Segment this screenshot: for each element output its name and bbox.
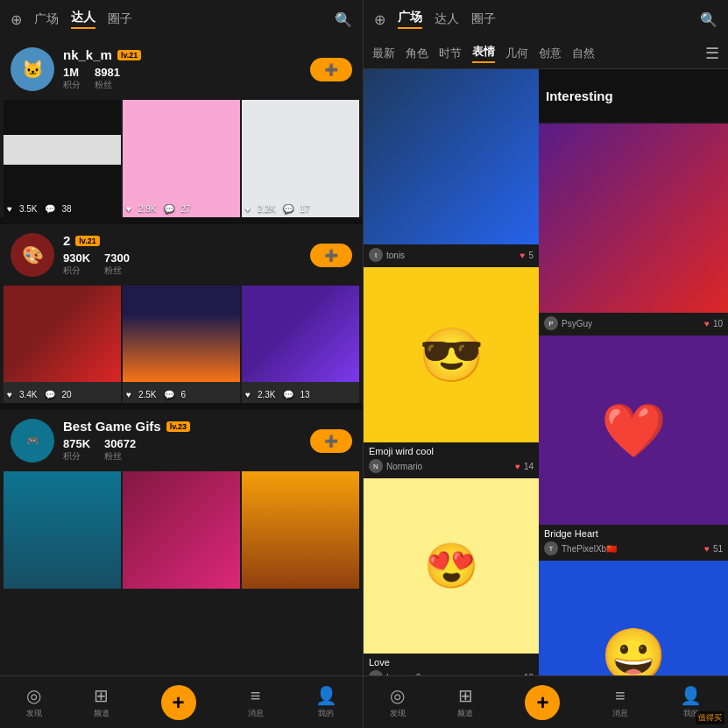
thumb-smile: 😀	[539, 561, 728, 675]
likes-tonis: 5	[528, 251, 534, 260]
tab-geometry[interactable]: 几何	[505, 46, 528, 61]
thumb-2-3[interactable]: ♥2.3K 💬13	[242, 286, 359, 403]
heart-icon: ♥	[7, 390, 12, 399]
avatar-3[interactable]: 🎮	[11, 419, 54, 463]
top-nav-left: ⊕ 广场 达人 圈子 🔍	[0, 0, 363, 39]
nav-达人-left[interactable]: 达人	[71, 10, 95, 29]
comment-icon: 💬	[283, 390, 293, 399]
meta-emoji-cool: N Normario ♥ 14	[369, 459, 534, 473]
tab-nature[interactable]: 自然	[572, 46, 595, 61]
avatar-2[interactable]: 🎨	[11, 233, 54, 277]
tab-role[interactable]: 角色	[406, 46, 428, 61]
thumb-3-2[interactable]	[123, 471, 240, 589]
meta-psyguy: P PsyGuy ♥ 10	[544, 316, 723, 330]
thumb-grid-2: ♥3.4K 💬20 ♥2.5K 💬6 ♥2.3K 💬13	[2, 286, 361, 403]
add-icon-right[interactable]: ⊕	[374, 11, 385, 28]
avatar-psyguy: P	[544, 316, 558, 330]
top-nav-right: ⊕ 广场 达人 圈子 🔍	[364, 0, 728, 39]
fans-label-3: 粉丝	[104, 450, 136, 463]
tab-emoji[interactable]: 表情	[472, 44, 495, 63]
divider-1	[0, 217, 363, 224]
thumb-1-2[interactable]: ♥2.9K 💬27	[123, 100, 240, 217]
left-content-scroll[interactable]: 🐱 nk_k_m lv.21 1M 积分 8981 粉丝	[0, 39, 363, 675]
channel-label-left: 频道	[94, 708, 110, 719]
item-love[interactable]: 😍 Love L Leane<3 ♥ 13	[364, 478, 539, 675]
mine-label-left: 我的	[318, 708, 334, 719]
nav-圈子-left[interactable]: 圈子	[108, 11, 132, 27]
thumb-stats-2-3: ♥2.3K 💬13	[245, 390, 310, 399]
info-love: Love L Leane<3 ♥ 13	[364, 654, 539, 675]
nav-圈子-right[interactable]: 圈子	[471, 11, 496, 27]
bnav-plus-right[interactable]: +	[525, 685, 560, 720]
heart-icon: ♥	[126, 390, 131, 399]
likes-2-1: 3.4K	[19, 390, 38, 399]
mine-icon-left: 👤	[315, 685, 337, 706]
heart-emoji-cool: ♥	[515, 462, 520, 471]
likes-1-2: 2.9K	[138, 204, 157, 214]
bnav-plus-left[interactable]: +	[161, 685, 196, 720]
panel-right: ⊕ 广场 达人 圈子 🔍 最新 角色 时节 表情 几何 创意 自然 ☰ t to…	[364, 0, 728, 728]
username-emoji-cool: Normario	[386, 462, 512, 471]
avatar-1[interactable]: 🐱	[11, 47, 54, 91]
score-2: 930K 积分	[63, 251, 90, 277]
tab-season[interactable]: 时节	[439, 46, 462, 61]
nav-广场-right[interactable]: 广场	[398, 10, 422, 29]
bnav-channel-right[interactable]: ⊞ 频道	[457, 685, 473, 719]
tabs-menu-icon[interactable]: ☰	[705, 44, 719, 63]
thumb-emoji-cool: 😎	[364, 267, 539, 442]
item-interesting[interactable]: Interesting	[539, 69, 728, 122]
fans-num-3: 30672	[104, 437, 136, 450]
user-info-3: Best Game Gifs lv.23 875K 积分 30672 粉丝	[63, 419, 301, 463]
comment-icon: 💬	[45, 390, 55, 399]
comments-1-3: 17	[300, 204, 310, 214]
follow-btn-3[interactable]: ➕	[310, 429, 352, 453]
username-3: Best Game Gifs	[63, 419, 161, 434]
item-psyguy[interactable]: P PsyGuy ♥ 10	[539, 124, 728, 334]
nav-广场-left[interactable]: 广场	[34, 11, 59, 27]
right-col-left: t tonis ♥ 5 😎 Emoji wird cool N Normari	[364, 69, 539, 675]
follow-icon-1: ➕	[324, 63, 338, 76]
comments-1-1: 38	[62, 204, 72, 214]
thumb-3-3[interactable]	[242, 471, 359, 589]
bnav-mine-left[interactable]: 👤 我的	[315, 685, 337, 719]
bnav-message-right[interactable]: ≡ 消息	[612, 686, 628, 719]
heart-psyguy: ♥	[704, 319, 710, 329]
item-emoji-cool[interactable]: 😎 Emoji wird cool N Normario ♥ 14	[364, 267, 539, 477]
username-row-3: Best Game Gifs lv.23	[63, 419, 301, 434]
search-icon-right[interactable]: 🔍	[700, 11, 717, 28]
thumb-2-1[interactable]: ♥3.4K 💬20	[4, 286, 121, 403]
username-row-2: 2 lv.21	[63, 233, 301, 248]
tab-creative[interactable]: 创意	[539, 46, 562, 61]
title-love: Love	[369, 657, 534, 668]
tab-latest[interactable]: 最新	[372, 46, 395, 61]
thumb-1-3[interactable]: ♥2.2K 💬17	[242, 100, 359, 217]
thumb-grid-3	[2, 471, 361, 589]
bnav-discover-left[interactable]: ◎ 发现	[26, 685, 42, 719]
score-num-1: 1M	[63, 66, 81, 79]
follow-btn-1[interactable]: ➕	[310, 58, 352, 81]
comments-1-2: 27	[181, 204, 191, 214]
item-tonis[interactable]: t tonis ♥ 5	[364, 69, 539, 265]
bnav-message-left[interactable]: ≡ 消息	[248, 686, 264, 719]
comments-2-2: 6	[181, 390, 187, 399]
score-label-2: 积分	[63, 265, 90, 277]
nav-达人-right[interactable]: 达人	[435, 11, 459, 27]
level-badge-3: lv.23	[166, 421, 190, 432]
item-bridge-heart[interactable]: ❤️ Bridge Heart T ThePixelXb🇨🇳 ♥ 51	[539, 336, 728, 559]
user-card-1: 🐱 nk_k_m lv.21 1M 积分 8981 粉丝	[0, 39, 363, 100]
user-card-3: 🎮 Best Game Gifs lv.23 875K 积分 30672 粉丝	[0, 410, 363, 471]
follow-btn-2[interactable]: ➕	[310, 244, 352, 267]
item-smile[interactable]: 😀 Smile😀 L Leane<3 ♥ 14	[539, 561, 728, 675]
thumb-3-1[interactable]	[4, 471, 121, 589]
meta-bridge-heart: T ThePixelXb🇨🇳 ♥ 51	[544, 541, 723, 555]
bnav-discover-right[interactable]: ◎ 发现	[390, 685, 406, 719]
thumb-2-2[interactable]: ♥2.5K 💬6	[123, 286, 240, 403]
comments-2-1: 20	[62, 390, 72, 399]
add-icon-left[interactable]: ⊕	[11, 11, 22, 28]
fans-1: 8981 粉丝	[95, 66, 120, 91]
thumb-1-1[interactable]: ♥3.5K 💬38	[4, 100, 121, 217]
bnav-channel-left[interactable]: ⊞ 频道	[94, 685, 110, 719]
thumb-stats-1-3: ♥2.2K 💬17	[245, 204, 310, 214]
discover-icon-left: ◎	[26, 685, 41, 706]
search-icon-left[interactable]: 🔍	[335, 11, 352, 28]
